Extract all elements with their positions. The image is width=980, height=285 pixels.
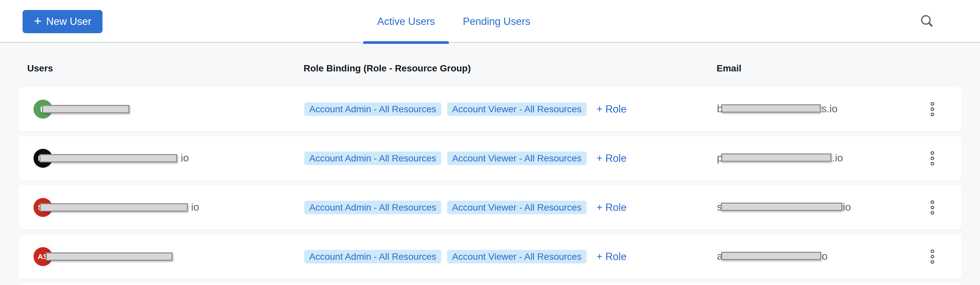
tab-active-users-label: Active Users (377, 16, 435, 27)
header-bar: + New User Active Users Pending Users (0, 0, 980, 43)
add-role-button[interactable]: + Role (597, 103, 626, 115)
redacted-name-bar (42, 105, 129, 113)
row-menu-button[interactable] (925, 247, 940, 266)
email-visible-suffix: io (843, 201, 851, 213)
redacted-name-bar (46, 253, 172, 261)
role-badge: Account Admin - All Resources (304, 152, 441, 165)
kebab-menu-icon (931, 107, 934, 111)
redacted-name-bar (40, 154, 177, 162)
add-role-button[interactable]: + Role (597, 251, 626, 263)
role-badge: Account Viewer - All Resources (447, 152, 587, 165)
kebab-menu-icon (931, 200, 934, 204)
tab-pending-users[interactable]: Pending Users (449, 0, 544, 43)
user-management-page: + New User Active Users Pending Users Us… (0, 0, 980, 285)
kebab-menu-icon (931, 260, 934, 264)
redacted-email-bar (721, 154, 831, 162)
column-header-email: Email (717, 63, 741, 74)
role-binding-cell: Account Admin - All Resources Account Vi… (304, 201, 626, 214)
table-row: SP io Account Admin - All Resources Acco… (18, 185, 962, 229)
kebab-menu-icon (931, 162, 934, 165)
role-badge: Account Admin - All Resources (304, 102, 441, 116)
email-cell: b s.io (717, 103, 838, 115)
search-button[interactable] (917, 11, 937, 31)
redacted-email-bar (721, 104, 821, 113)
kebab-menu-icon (931, 113, 934, 116)
tab-bar: Active Users Pending Users (363, 0, 544, 43)
redacted-name-bar (40, 203, 188, 211)
active-tab-underline (363, 41, 449, 44)
table-row: PP io Account Admin - All Resources Acco… (18, 136, 962, 180)
column-header-users: Users (27, 63, 53, 74)
tab-pending-users-label: Pending Users (463, 16, 530, 27)
email-visible-suffix: o (822, 250, 827, 263)
kebab-menu-icon (931, 250, 934, 253)
row-menu-button[interactable] (925, 148, 940, 168)
name-visible-suffix: io (181, 152, 189, 164)
row-menu-button[interactable] (925, 197, 940, 217)
new-user-button[interactable]: + New User (22, 10, 102, 33)
redacted-email-bar (721, 252, 821, 260)
email-cell: s io (717, 201, 851, 213)
kebab-menu-icon (931, 151, 934, 155)
table-row-partial (18, 283, 962, 285)
role-badge: Account Admin - All Resources (304, 250, 441, 263)
tab-active-users[interactable]: Active Users (363, 0, 449, 43)
role-badge: Account Viewer - All Resources (447, 250, 587, 263)
kebab-menu-icon (931, 102, 934, 106)
name-visible-suffix: io (191, 201, 199, 213)
search-icon (919, 13, 935, 29)
email-cell: p .io (717, 152, 843, 164)
redacted-email-bar (721, 203, 842, 211)
role-binding-cell: Account Admin - All Resources Account Vi… (304, 152, 626, 165)
email-visible-suffix: s.io (821, 103, 837, 115)
new-user-button-label: New User (46, 16, 91, 27)
role-badge: Account Admin - All Resources (304, 201, 441, 214)
add-role-button[interactable]: + Role (597, 152, 626, 165)
role-binding-cell: Account Admin - All Resources Account Vi… (304, 250, 626, 263)
kebab-menu-icon (931, 211, 934, 215)
row-menu-button[interactable] (925, 99, 940, 119)
plus-icon: + (34, 14, 41, 27)
column-header-role-binding: Role Binding (Role - Resource Group) (304, 63, 471, 74)
email-cell: a o (717, 250, 828, 263)
kebab-menu-icon (931, 255, 934, 258)
role-badge: Account Viewer - All Resources (447, 201, 587, 214)
kebab-menu-icon (931, 157, 934, 160)
role-badge: Account Viewer - All Resources (447, 102, 587, 116)
role-binding-cell: Account Admin - All Resources Account Vi… (304, 102, 626, 116)
table-row: AS Account Admin - All Resources Account… (18, 234, 962, 279)
user-list: B Account Admin - All Resources Account … (18, 87, 962, 284)
email-visible-suffix: .io (832, 152, 843, 164)
table-row: B Account Admin - All Resources Account … (18, 87, 962, 131)
kebab-menu-icon (931, 206, 934, 209)
add-role-button[interactable]: + Role (597, 202, 626, 214)
